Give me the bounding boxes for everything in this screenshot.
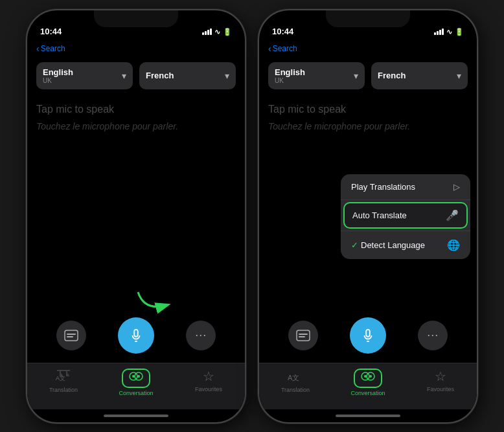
battery-icon-left: 🔋 [223,28,232,36]
nav-bar-left: ‹ Search [27,39,245,58]
mic-btn-left[interactable] [118,317,154,354]
lang-name-french-right: French [378,71,406,80]
lang-bar-right: English UK ▾ French ▾ [259,58,477,93]
notch-left [94,10,178,27]
notch-right [326,10,410,27]
play-icon: ▷ [453,182,460,192]
tab-favourites-left[interactable]: ☆ Favourites [172,369,245,392]
lang-name-english-right: English [275,67,305,77]
tab-favourites-label-left: Favourites [195,386,222,392]
chevron-french-right: ▾ [457,71,461,81]
screen-left: 10:44 ∿ 🔋 ‹ Search [27,10,245,422]
tab-favourites-right[interactable]: ☆ Favourites [404,369,477,392]
wifi-icon-left: ∿ [214,28,220,36]
subtitle-btn-right[interactable] [288,321,318,350]
more-icon-left: ··· [195,328,207,342]
svg-rect-1 [67,334,76,335]
tap-mic-label-left: Tap mic to speak [36,104,236,115]
status-icons-right: ∿ 🔋 [434,28,464,36]
chevron-english-left: ▾ [122,71,126,81]
menu-popup-right: Play Translations ▷ Auto Translate 🎤 ✓ [341,174,470,259]
lang-region-english-left: UK [43,77,73,84]
svg-rect-10 [299,336,305,337]
phone-right: 10:44 ∿ 🔋 ‹ Search [258,9,478,424]
tab-translation-label-right: Translation [281,387,310,393]
chevron-french-left: ▾ [225,71,229,81]
translation-icon-right: A文 [288,369,303,385]
conversation-outline-right [354,369,382,388]
back-label-right: Search [273,44,297,53]
back-button-right[interactable]: ‹ Search [268,43,297,54]
home-indicator-left [27,409,245,422]
tap-mic-sub-right: Touchez le microphone pour parler. [268,120,468,133]
svg-point-6 [132,375,135,378]
signal-icon-left [202,28,212,35]
svg-point-15 [369,375,372,378]
tab-translation-left[interactable]: A文 Translation [27,369,100,393]
svg-rect-8 [297,330,310,341]
back-button-left[interactable]: ‹ Search [36,43,65,54]
tab-conversation-right[interactable]: Conversation [332,369,404,396]
bottom-controls-left: ··· [27,311,245,363]
back-arrow-left: ‹ [36,43,40,54]
content-area-right: Tap mic to speak Touchez le microphone p… [259,93,477,311]
status-icons-left: ∿ 🔋 [202,28,232,36]
tab-favourites-label-right: Favourites [427,386,454,392]
tap-mic-sub-left: Touchez le microphone pour parler. [36,120,236,133]
home-indicator-right [259,409,477,422]
lang-bar-left: English UK ▾ French ▾ [27,58,245,93]
mic-wave-icon: 🎤 [446,209,459,222]
content-area-left: Tap mic to speak Touchez le microphone p… [27,93,245,311]
back-label-left: Search [41,44,65,53]
lang-region-english-right: UK [275,77,305,84]
menu-auto-translate[interactable]: Auto Translate 🎤 [343,202,468,229]
bottom-controls-right: ··· [259,311,477,363]
menu-play-translations[interactable]: Play Translations ▷ [341,174,470,200]
lang-btn-english-right[interactable]: English UK ▾ [268,62,365,89]
globe-icon: 🌐 [447,239,460,251]
lang-name-french-left: French [146,71,174,80]
menu-auto-translate-wrapper: Auto Translate 🎤 [341,200,470,231]
wifi-icon-right: ∿ [446,28,452,36]
battery-icon-right: 🔋 [455,28,464,36]
svg-text:A文: A文 [56,375,65,381]
detect-language-label: Detect Language [361,240,425,250]
star-icon-left: ☆ [203,369,214,384]
back-arrow-right: ‹ [268,43,271,54]
conversation-outline-left [122,369,150,388]
detect-check-icon: ✓ [351,240,358,250]
svg-rect-9 [299,334,308,335]
lang-btn-english-left[interactable]: English UK ▾ [36,62,133,89]
tab-bar-right: A文 Translation Conversation [259,363,477,409]
mic-btn-right[interactable] [350,317,386,354]
time-left: 10:44 [40,27,62,36]
more-icon-right: ··· [427,328,439,342]
tap-mic-label-right: Tap mic to speak [268,104,468,115]
lang-btn-french-left[interactable]: French ▾ [139,62,236,89]
play-translations-label: Play Translations [351,182,415,192]
phone-left: 10:44 ∿ 🔋 ‹ Search [26,9,246,424]
more-btn-right[interactable]: ··· [418,321,448,350]
screen-right: 10:44 ∿ 🔋 ‹ Search [259,10,477,422]
chevron-english-right: ▾ [354,71,358,81]
tab-bar-left: A文 Translation Conversation [27,363,245,409]
tab-translation-right[interactable]: A文 Translation [259,369,332,393]
more-btn-left[interactable]: ··· [186,321,216,350]
tab-translation-label-left: Translation [49,387,78,393]
svg-point-14 [364,375,367,378]
translation-icon-left: A文 [56,369,71,385]
tab-conversation-left[interactable]: Conversation [100,369,172,396]
tab-conversation-label-left: Conversation [119,390,153,396]
svg-text:A文: A文 [288,374,299,381]
tab-conversation-label-right: Conversation [350,390,385,396]
star-icon-right: ☆ [435,369,446,384]
arrow-left [132,289,177,317]
auto-translate-label: Auto Translate [352,210,407,220]
menu-detect-language[interactable]: ✓ Detect Language 🌐 [341,231,470,259]
svg-rect-2 [67,336,73,337]
time-right: 10:44 [272,27,293,36]
lang-name-english-left: English [43,67,73,77]
svg-rect-0 [65,330,78,341]
lang-btn-french-right[interactable]: French ▾ [371,62,468,89]
subtitle-btn-left[interactable] [56,321,86,350]
